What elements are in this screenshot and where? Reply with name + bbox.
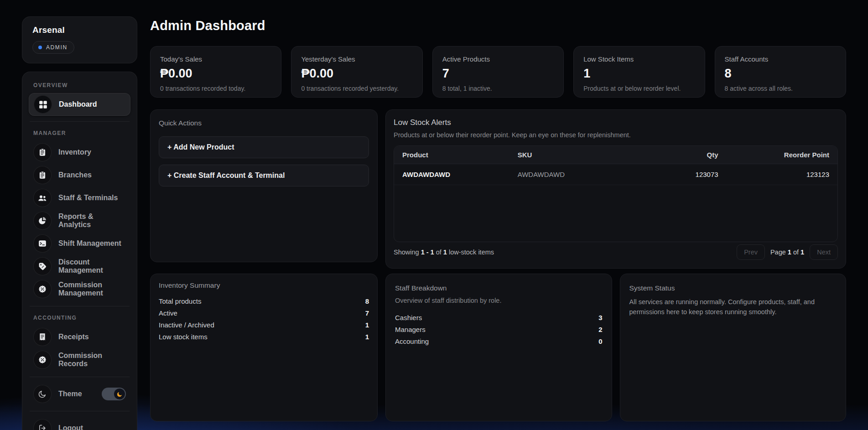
sidebar-item-dashboard[interactable]: Dashboard: [29, 93, 130, 116]
stat-description: 0 transactions recorded yesterday.: [301, 85, 412, 92]
system-status-panel: System Status All services are running n…: [620, 274, 847, 421]
list-item: Active 7: [159, 307, 369, 319]
item-label: Managers: [395, 326, 426, 333]
page-total: 1: [800, 249, 804, 256]
stat-label: Active Products: [442, 55, 554, 63]
stat-description: 8 total, 1 inactive.: [442, 85, 554, 92]
tag-icon: [33, 257, 52, 275]
theme-toggle[interactable]: [102, 388, 126, 400]
divider: [30, 411, 130, 411]
sidebar-item-label: Staff & Terminals: [58, 194, 118, 202]
moon-icon: [33, 385, 52, 403]
users-icon: [33, 189, 52, 207]
item-value: 1: [365, 333, 369, 341]
page-of: of: [793, 249, 799, 256]
section-label-accounting: ACCOUNTING: [29, 312, 130, 326]
stat-label: Staff Accounts: [725, 55, 836, 63]
list-item: Cashiers 3: [395, 311, 603, 323]
showing-summary: Showing 1 - 1 of 1 low-stock items: [394, 249, 494, 256]
add-new-product-button[interactable]: + Add New Product: [159, 136, 369, 158]
brand-card: Arsenal ADMIN: [22, 16, 137, 63]
stats-row: Today's Sales ₱0.00 0 transactions recor…: [150, 46, 846, 98]
system-status-title: System Status: [629, 284, 837, 292]
list-item: Low stock items 1: [159, 331, 369, 342]
terminal-icon: [33, 234, 52, 253]
list-item: Inactive / Archived 1: [159, 319, 369, 331]
prev-page-button[interactable]: Prev: [737, 244, 765, 260]
sidebar-item-commission-records[interactable]: Commission Records: [29, 348, 130, 371]
table-header-row: Product SKU Qty Reorder Point: [394, 146, 837, 164]
cell-product: AWDAWDAWD: [402, 171, 518, 178]
sidebar-item-shift-management[interactable]: Shift Management: [29, 232, 130, 255]
next-page-button[interactable]: Next: [810, 244, 838, 260]
sidebar-item-staff-terminals[interactable]: Staff & Terminals: [29, 187, 130, 209]
bottom-row: Inventory Summary Total products 8 Activ…: [150, 274, 846, 421]
toggle-knob-moon-icon: [114, 389, 125, 399]
stat-description: 8 active across all roles.: [725, 85, 836, 92]
inventory-summary-title: Inventory Summary: [159, 281, 369, 290]
percent-badge-icon: [33, 351, 52, 369]
low-stock-table: Product SKU Qty Reorder Point AWDAWDAWD …: [394, 145, 838, 242]
sidebar-item-reports-analytics[interactable]: Reports & Analytics: [29, 209, 130, 232]
item-value: 2: [598, 326, 602, 333]
stat-value: 1: [583, 67, 695, 81]
showing-range: 1 - 1: [421, 249, 434, 256]
stat-value: ₱0.00: [160, 67, 271, 81]
create-staff-account-terminal-button[interactable]: + Create Staff Account & Terminal: [159, 165, 369, 187]
sidebar-item-receipts[interactable]: Receipts: [29, 326, 130, 348]
receipt-icon: [33, 328, 52, 346]
staff-breakdown-description: Overview of staff distribution by role.: [395, 297, 603, 304]
column-header-product: Product: [402, 151, 518, 159]
stat-label: Today's Sales: [160, 55, 271, 63]
item-label: Low stock items: [159, 333, 208, 341]
staff-breakdown-title: Staff Breakdown: [395, 284, 603, 292]
sidebar-item-label: Commission Records: [58, 352, 126, 368]
stat-value: 7: [442, 67, 554, 81]
sidebar-item-branches[interactable]: Branches: [29, 164, 130, 187]
logout-button[interactable]: Logout: [29, 417, 130, 430]
item-label: Accounting: [395, 337, 429, 345]
page-indicator: Page 1 of 1: [770, 249, 804, 256]
sidebar-item-label: Commission Management: [58, 281, 126, 297]
stat-card-staff-accounts: Staff Accounts 8 8 active across all rol…: [715, 46, 846, 98]
cell-reorder-point: 123123: [718, 171, 829, 178]
quick-actions-panel: Quick Actions + Add New Product + Create…: [150, 109, 378, 262]
staff-breakdown-panel: Staff Breakdown Overview of staff distri…: [385, 274, 612, 421]
sidebar-nav: OVERVIEW Dashboard MANAGER Inventory Bra…: [22, 72, 137, 430]
inventory-summary-panel: Inventory Summary Total products 8 Activ…: [150, 274, 378, 421]
stat-label: Yesterday's Sales: [301, 55, 412, 63]
theme-label: Theme: [58, 390, 82, 398]
status-dot-icon: [38, 46, 42, 49]
item-label: Cashiers: [395, 314, 422, 321]
sidebar-item-label: Discount Management: [58, 258, 126, 275]
clipboard-list-icon: [33, 166, 52, 184]
column-header-reorder-point: Reorder Point: [718, 151, 829, 159]
stat-card-low-stock-items: Low Stock Items 1 Products at or below r…: [573, 46, 705, 98]
stat-description: Products at or below reorder level.: [583, 85, 695, 92]
stat-card-yesterdays-sales: Yesterday's Sales ₱0.00 0 transactions r…: [291, 46, 422, 98]
low-stock-description: Products at or below their reorder point…: [394, 131, 838, 139]
showing-of: of: [436, 249, 442, 256]
list-item: Managers 2: [395, 323, 603, 335]
sidebar-item-commission-management[interactable]: Commission Management: [29, 278, 130, 300]
low-stock-footer: Showing 1 - 1 of 1 low-stock items Prev …: [394, 244, 838, 260]
stat-value: 8: [725, 67, 836, 81]
middle-row: Quick Actions + Add New Product + Create…: [150, 109, 846, 269]
sidebar-item-label: Shift Management: [58, 239, 121, 248]
clipboard-list-icon: [33, 143, 52, 161]
low-stock-title: Low Stock Alerts: [394, 118, 838, 127]
item-value: 0: [598, 337, 602, 345]
section-label-overview: OVERVIEW: [29, 79, 130, 93]
showing-suffix: low-stock items: [449, 249, 494, 256]
role-badge-label: ADMIN: [46, 44, 68, 51]
sidebar-item-inventory[interactable]: Inventory: [29, 141, 130, 164]
low-stock-alerts-panel: Low Stock Alerts Products at or below th…: [385, 109, 846, 269]
sidebar-item-discount-management[interactable]: Discount Management: [29, 255, 130, 278]
pie-chart-icon: [33, 212, 52, 230]
logout-label: Logout: [58, 424, 83, 430]
column-header-qty: Qty: [629, 151, 718, 159]
item-value: 7: [365, 309, 369, 317]
staff-breakdown-list: Cashiers 3 Managers 2 Accounting 0: [395, 311, 603, 347]
sidebar-item-label: Receipts: [58, 333, 89, 341]
main-content: Admin Dashboard Today's Sales ₱0.00 0 tr…: [137, 0, 868, 430]
